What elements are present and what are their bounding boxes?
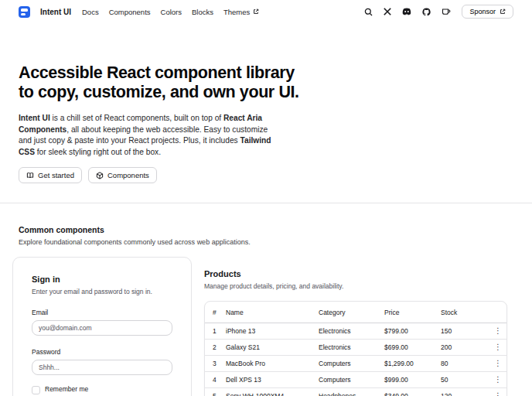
cell-name: Sony WH-1000XM4 — [226, 388, 319, 396]
section-divider — [0, 203, 532, 203]
email-label: Email — [32, 309, 172, 316]
external-link-icon — [253, 9, 259, 15]
cell-category: Computers — [319, 356, 384, 372]
cell-num: 2 — [205, 340, 226, 356]
cell-stock: 50 — [441, 372, 493, 388]
cell-category: Computers — [319, 372, 384, 388]
common-components-header: Common components Explore foundational c… — [19, 225, 513, 246]
external-link-icon — [500, 9, 506, 15]
cell-stock: 80 — [441, 356, 493, 372]
cell-name: Galaxy S21 — [226, 340, 319, 356]
cell-stock: 200 — [441, 340, 493, 356]
email-field[interactable] — [32, 320, 172, 336]
table-row: 1 iPhone 13 Electronics $799.00 150 ⋮ — [205, 323, 506, 340]
cell-num: 3 — [205, 356, 226, 372]
hero-description: Intent UI is a chill set of React compon… — [19, 113, 283, 158]
cell-price: $999.00 — [384, 372, 441, 388]
cell-price: $799.00 — [384, 323, 441, 340]
components-label: Components — [107, 171, 149, 179]
nav-link-components[interactable]: Components — [109, 8, 151, 16]
cell-category: Headphones — [319, 388, 384, 396]
products-description: Manage product details, pricing, and ava… — [204, 282, 507, 291]
row-actions-button[interactable]: ⋮ — [494, 360, 506, 367]
brand-logo-icon[interactable] — [19, 6, 30, 18]
cell-stock: 150 — [441, 323, 493, 340]
x-twitter-icon[interactable] — [384, 8, 391, 15]
password-field[interactable] — [32, 360, 172, 375]
cell-stock: 120 — [441, 388, 493, 396]
password-label: Password — [32, 348, 172, 356]
signin-title: Sign in — [32, 275, 172, 284]
cell-name: MacBook Pro — [226, 356, 319, 372]
github-icon[interactable] — [422, 8, 431, 16]
component-demos: Sign in Enter your email and password to… — [12, 257, 507, 396]
cell-category: Electronics — [319, 323, 384, 340]
col-header-num: # — [205, 302, 226, 323]
kofi-cup-icon[interactable] — [442, 8, 451, 15]
brand-name[interactable]: Intent UI — [40, 8, 71, 16]
book-open-icon — [26, 172, 34, 179]
table-row: 4 Dell XPS 13 Computers $999.00 50 ⋮ — [205, 372, 506, 388]
products-title: Products — [204, 269, 507, 278]
nav-link-blocks[interactable]: Blocks — [192, 8, 213, 16]
page-title: Accessible React component library to co… — [19, 63, 513, 102]
sponsor-button[interactable]: Sponsor — [462, 5, 513, 19]
row-actions-button[interactable]: ⋮ — [494, 343, 506, 351]
components-button[interactable]: Components — [88, 167, 157, 183]
hero-section: Accessible React component library to co… — [19, 63, 513, 183]
remember-me-label: Remember me — [45, 385, 172, 393]
cell-num: 5 — [205, 388, 226, 396]
page-title-line1: Accessible React component library — [19, 63, 513, 83]
row-actions-button[interactable]: ⋮ — [494, 392, 506, 396]
section-description: Explore foundational components commonly… — [19, 238, 513, 246]
cell-price: $349.00 — [384, 388, 441, 396]
row-actions-button[interactable]: ⋮ — [494, 327, 506, 335]
remember-me-row[interactable]: Remember me Keep me signed in on this de… — [32, 385, 172, 396]
col-header-name: Name — [226, 302, 319, 323]
signin-description: Enter your email and password to sign in… — [32, 287, 172, 296]
section-title: Common components — [19, 225, 513, 234]
get-started-button[interactable]: Get started — [19, 167, 82, 183]
nav-link-docs[interactable]: Docs — [82, 8, 99, 16]
discord-icon[interactable] — [402, 8, 411, 15]
search-icon[interactable] — [364, 8, 373, 16]
products-panel: Products Manage product details, pricing… — [204, 257, 507, 396]
sponsor-label: Sponsor — [469, 8, 496, 15]
hero-desc-seg: Intent UI — [19, 114, 50, 122]
col-header-price: Price — [384, 302, 441, 323]
remember-me-checkbox[interactable] — [32, 386, 40, 394]
col-header-stock: Stock — [441, 302, 493, 323]
cell-num: 1 — [205, 323, 226, 340]
table-row: 3 MacBook Pro Computers $1,299.00 80 ⋮ — [205, 356, 506, 372]
cell-price: $699.00 — [384, 340, 441, 356]
get-started-label: Get started — [38, 171, 74, 179]
signin-card: Sign in Enter your email and password to… — [12, 257, 192, 396]
cell-category: Electronics — [319, 340, 384, 356]
nav-link-themes[interactable]: Themes — [223, 8, 259, 16]
hero-desc-seg: for sleek styling right out of the box. — [35, 148, 161, 156]
cell-name: Dell XPS 13 — [226, 372, 319, 388]
nav-link-colors[interactable]: Colors — [161, 8, 182, 16]
table-header-row: # Name Category Price Stock — [205, 302, 506, 323]
nav-link-themes-label: Themes — [223, 8, 250, 16]
cell-price: $1,299.00 — [384, 356, 441, 372]
table-row: 2 Galaxy S21 Electronics $699.00 200 ⋮ — [205, 340, 506, 356]
package-box-icon — [96, 172, 104, 179]
hero-desc-seg: is a chill set of React components, buil… — [50, 114, 223, 122]
cell-num: 4 — [205, 372, 226, 388]
table-row: 5 Sony WH-1000XM4 Headphones $349.00 120… — [205, 388, 506, 396]
row-actions-button[interactable]: ⋮ — [494, 376, 506, 384]
page-title-line2: to copy, customize, and own your UI. — [19, 83, 513, 102]
cell-name: iPhone 13 — [226, 323, 319, 340]
navbar: Intent UI Docs Components Colors Blocks … — [0, 0, 532, 23]
products-table: # Name Category Price Stock 1 iPhone 13 … — [204, 301, 507, 396]
col-header-category: Category — [319, 302, 384, 323]
